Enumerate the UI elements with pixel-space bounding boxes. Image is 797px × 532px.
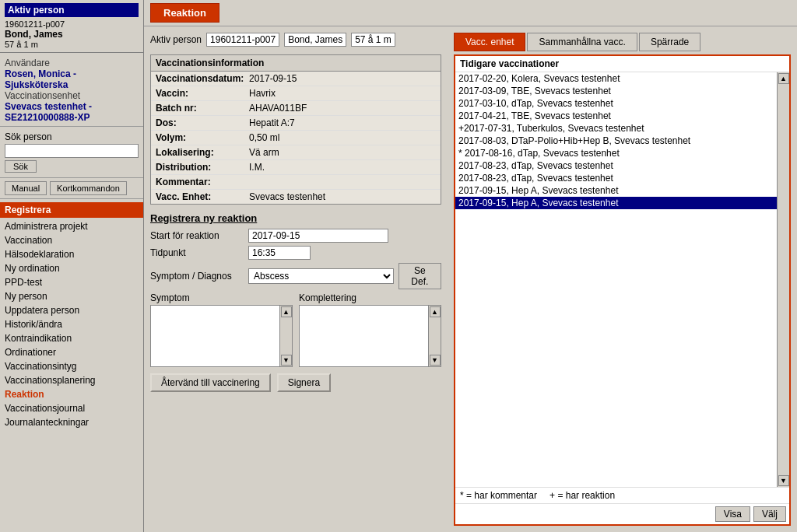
sidebar-item-reaktion[interactable]: Reaktion (0, 387, 143, 401)
prev-vacc-box: Tidigare vaccinationer 2017-02-20, Koler… (454, 54, 791, 526)
vacc-row: Volym:0,50 ml (151, 131, 441, 145)
symptom-scroll-down[interactable]: ▼ (281, 355, 292, 366)
tab-sammanhållna-vacc[interactable]: Sammanhållna vacc. (527, 33, 637, 51)
left-panel: Aktiv person 19601211-p007 Bond, James 5… (144, 26, 448, 532)
symptom-textarea[interactable] (151, 306, 279, 366)
bottom-buttons: Återvänd till vaccinering Signera (150, 373, 441, 392)
sok-button[interactable]: Sök (5, 160, 37, 173)
tab-vacc-enhet[interactable]: Vacc. enhet (454, 33, 525, 51)
manual-button[interactable]: Manual (5, 181, 47, 195)
user-role: Sjuksköterska (5, 79, 139, 90)
sidebar-item-vaccinationsintyg[interactable]: Vaccinationsintyg (0, 359, 143, 373)
vacc-field-value: Hepatit A:7 (249, 117, 295, 128)
sidebar-item-ppd-test[interactable]: PPD-test (0, 275, 143, 289)
aktiv-person-title: Aktiv person (5, 3, 139, 17)
vacc-field-label: Dos: (156, 117, 249, 128)
vacc-list-item[interactable]: 2017-03-09, TBE, Svevacs testenhet (455, 85, 777, 97)
sidebar-item-vaccinationsplanering[interactable]: Vaccinationsplanering (0, 373, 143, 387)
sidebar-item-ordinationer[interactable]: Ordinationer (0, 345, 143, 359)
sidebar-item-ny-ordination[interactable]: Ny ordination (0, 261, 143, 275)
tidpunkt-input[interactable] (248, 246, 311, 260)
atervand-button[interactable]: Återvänd till vaccinering (150, 373, 271, 392)
right-panel: Vacc. enhetSammanhållna vacc.Spärrade Ti… (448, 26, 797, 532)
vacc-field-label: Batch nr: (156, 103, 249, 114)
sidebar-item-vaccinationsjournal[interactable]: Vaccinationsjournal (0, 401, 143, 415)
vacc-info-title: Vaccinationsinformation (151, 55, 441, 72)
symptom-scrollbar: ▲ ▼ (279, 306, 292, 366)
person-name-field: Bond, James (284, 33, 346, 47)
vacc-field-value: AHAVA011BF (249, 103, 307, 114)
vacc-row: Vaccinationsdatum:2017-09-15 (151, 72, 441, 86)
sok-person-section: Sök person Sök (0, 127, 143, 178)
vacc-list-scroll-up[interactable]: ▲ (778, 73, 789, 84)
vacc-row: Lokalisering:Vä arm (151, 145, 441, 160)
sidebar-item-kontraindikation[interactable]: Kontraindikation (0, 331, 143, 345)
vacc-field-value: Vä arm (249, 147, 279, 158)
vacc-field-label: Vaccin: (156, 88, 249, 99)
vacc-row: Vaccin:Havrix (151, 86, 441, 101)
vacc-list-scrollbar: ▲ ▼ (777, 72, 789, 487)
sidebar-item-historik-ändra[interactable]: Historik/ändra (0, 317, 143, 331)
sidebar: Aktiv person 19601211-p007 Bond, James 5… (0, 0, 144, 532)
vacc-row: Batch nr:AHAVA011BF (151, 101, 441, 116)
search-input[interactable] (5, 144, 139, 158)
vacc-list-item[interactable]: 2017-04-21, TBE, Svevacs testenhet (455, 110, 777, 122)
valj-button[interactable]: Välj (753, 506, 786, 522)
komplettering-textarea[interactable] (300, 306, 428, 366)
vacc-field-label: Volym: (156, 132, 249, 143)
symptom-row: Symptom / Diagnos AbscessAllergiAnafylax… (150, 263, 441, 289)
reaktion-form-title: Registrera ny reaktion (150, 212, 441, 224)
se-def-button[interactable]: Se Def. (398, 263, 441, 289)
sidebar-item-vaccination[interactable]: Vaccination (0, 233, 143, 247)
sidebar-item-administrera-projekt[interactable]: Administrera projekt (0, 219, 143, 233)
vacc-list-item[interactable]: 2017-09-15, Hep A, Svevacs testenhet (455, 197, 777, 209)
sok-person-label: Sök person (5, 131, 139, 142)
vacc-list-item[interactable]: 2017-09-15, Hep A, Svevacs testenhet (455, 184, 777, 197)
registrera-section: Registrera Administrera projektVaccinati… (0, 199, 143, 432)
vacc-list-item[interactable]: 2017-08-23, dTap, Svevacs testenhet (455, 159, 777, 172)
start-input[interactable] (248, 229, 388, 243)
vacc-row: Kommentar: (151, 175, 441, 190)
vacc-enhet-label: Vaccinationsenhet (5, 90, 139, 101)
visa-button[interactable]: Visa (715, 506, 750, 522)
vacc-list-item[interactable]: 2017-03-10, dTap, Svevacs testenhet (455, 97, 777, 110)
sidebar-item-uppdatera-person[interactable]: Uppdatera person (0, 303, 143, 317)
komplettering-label: Komplettering (299, 292, 441, 303)
vacc-field-value: I.M. (249, 162, 265, 173)
vacc-list-item[interactable]: 2017-08-03, DTaP-Polio+Hib+Hep B, Svevac… (455, 135, 777, 147)
vacc-list-item[interactable]: * 2017-08-16, dTap, Svevacs testenhet (455, 147, 777, 159)
tab-spärrade[interactable]: Spärrade (639, 33, 700, 51)
visa-valj-row: Visa Välj (455, 503, 789, 524)
vacc-field-label: Lokalisering: (156, 147, 249, 158)
legend-kommentar: * = har kommentar (460, 490, 537, 501)
vacc-list-item[interactable]: +2017-07-31, Tuberkulos, Svevacs testenh… (455, 122, 777, 135)
aktiv-person-row: Aktiv person 19601211-p007 Bond, James 5… (150, 33, 441, 47)
vacc-field-label: Vaccinationsdatum: (156, 73, 249, 84)
vacc-list-scroll-down[interactable]: ▼ (778, 475, 789, 486)
vacc-list-item[interactable]: 2017-08-23, dTap, Svevacs testenhet (455, 172, 777, 184)
symptom-select[interactable]: AbscessAllergiAnafylaxiRodnadSvullnadFeb… (248, 268, 394, 284)
komplettering-scroll-down[interactable]: ▼ (430, 355, 441, 366)
sidebar-item-ny-person[interactable]: Ny person (0, 289, 143, 303)
aktiv-person-box: Aktiv person 19601211-p007 Bond, James 5… (0, 0, 143, 53)
vacc-field-value: Havrix (249, 88, 276, 99)
vacc-fields: Vaccinationsdatum:2017-09-15Vaccin:Havri… (151, 72, 441, 204)
kortkommandon-button[interactable]: Kortkommandon (50, 181, 127, 195)
reaktion-tab[interactable]: Reaktion (150, 3, 219, 23)
vacc-field-label: Kommentar: (156, 177, 249, 187)
prev-vacc-list: 2017-02-20, Kolera, Svevacs testenhet201… (455, 72, 789, 487)
main-content: Reaktion Aktiv person 19601211-p007 Bond… (144, 0, 797, 532)
symptom-scroll-up[interactable]: ▲ (281, 306, 292, 317)
aktiv-person-row-label: Aktiv person (150, 34, 202, 45)
prev-vacc-title: Tidigare vaccinationer (455, 56, 789, 72)
user-name: Rosen, Monica - (5, 68, 139, 79)
signera-button[interactable]: Signera (277, 373, 331, 392)
symptom-label: Symptom / Diagnos (150, 271, 244, 282)
sidebar-item-journalanteckningar[interactable]: Journalanteckningar (0, 415, 143, 429)
person-age-field: 57 å 1 m (351, 33, 395, 47)
vacc-field-label: Distribution: (156, 162, 249, 173)
user-info: Användare Rosen, Monica - Sjuksköterska … (0, 53, 143, 127)
vacc-list-item[interactable]: 2017-02-20, Kolera, Svevacs testenhet (455, 72, 777, 85)
sidebar-item-hälsodeklaration[interactable]: Hälsodeklaration (0, 247, 143, 261)
komplettering-scroll-up[interactable]: ▲ (430, 306, 441, 317)
